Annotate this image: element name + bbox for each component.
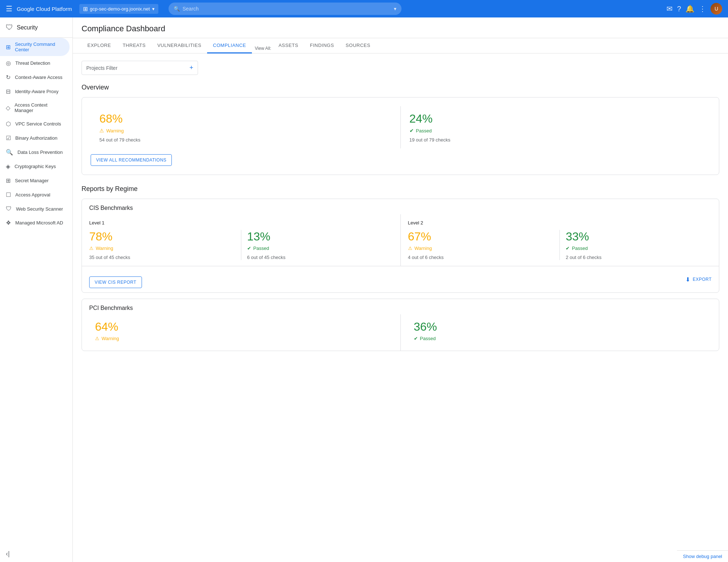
cis-level1-block: Level 1 78% ⚠ Warning 35 out of 45 check… (82, 214, 401, 266)
sidebar-item-threat-detection[interactable]: ◎ Threat Detection (0, 56, 70, 70)
cis-level2-warning-status: ⚠ Warning (408, 246, 554, 251)
sidebar: 🛡 Security ⊞ Security Command Center ◎ T… (0, 17, 73, 562)
overview-warning-percent: 68% (99, 112, 392, 125)
project-name: gcp-sec-demo-org.joonix.net (90, 6, 150, 12)
sidebar-item-context-aware-access[interactable]: ↻ Context-Aware Access (0, 70, 70, 84)
reports-section-title: Reports by Regime (82, 185, 719, 193)
passed-icon: ✔ (414, 336, 418, 341)
cis-benchmark-card: CIS Benchmarks Level 1 78% ⚠ Warning (82, 199, 719, 293)
cis-level2-passed-status: ✔ Passed (566, 246, 712, 251)
cis-level1-passed-checks: 6 out of 45 checks (247, 255, 393, 260)
topnav-actions: ✉ ? 🔔 ⋮ U (666, 3, 722, 15)
identity-aware-proxy-icon: ⊟ (6, 88, 11, 95)
view-all-recommendations-button[interactable]: VIEW ALL RECOMMENDATIONS (91, 154, 172, 166)
help-icon[interactable]: ? (677, 5, 681, 13)
download-icon: ⬇ (685, 276, 691, 283)
pci-passed-percent: 36% (414, 320, 712, 334)
sidebar-item-label: Threat Detection (15, 60, 50, 66)
sidebar-item-data-loss-prevention[interactable]: 🔍 Data Loss Prevention (0, 145, 70, 159)
project-selector[interactable]: ⊞ gcp-sec-demo-org.joonix.net ▾ (79, 4, 158, 14)
sidebar-collapse-button[interactable]: ‹| (0, 546, 72, 562)
warning-label: Warning (102, 336, 119, 341)
cis-level1-warning-metric: 78% ⚠ Warning 35 out of 45 checks (89, 230, 241, 260)
sidebar-item-access-approval[interactable]: ☐ Access Approval (0, 188, 70, 202)
more-options-icon[interactable]: ⋮ (699, 4, 706, 13)
security-command-center-icon: ⊞ (6, 44, 11, 51)
tab-vulnerabilities[interactable]: VULNERABILITIES (151, 38, 207, 53)
filter-add-icon[interactable]: + (189, 64, 193, 72)
threat-detection-icon: ◎ (6, 60, 11, 67)
overview-metric-passed: 24% ✔ Passed 19 out of 79 checks (401, 106, 711, 148)
sidebar-item-label: Web Security Scanner (16, 206, 63, 212)
binary-authorization-icon: ☑ (6, 135, 11, 142)
pci-warning-percent: 64% (95, 320, 393, 334)
page-header: Compliance Dashboard (73, 17, 728, 38)
grid-icon: ⊞ (83, 5, 88, 12)
chevron-down-icon: ▾ (394, 6, 396, 12)
tab-explore[interactable]: EXPLORE (82, 38, 117, 53)
content-area: Projects Filter + Overview 68% ⚠ Warning… (73, 53, 728, 367)
cryptographic-keys-icon: ◈ (6, 163, 10, 170)
overview-section-title: Overview (82, 84, 719, 91)
view-all-label: View All: (255, 41, 271, 51)
overview-warning-status: ⚠ Warning (99, 128, 392, 133)
sidebar-item-binary-authorization[interactable]: ☑ Binary Authorization (0, 131, 70, 145)
tab-threats[interactable]: THREATS (117, 38, 151, 53)
tab-compliance[interactable]: COMPLIANCE (207, 38, 252, 53)
sidebar-item-secret-manager[interactable]: ⊞ Secret Manager (0, 174, 70, 188)
mail-icon[interactable]: ✉ (666, 4, 673, 13)
cis-benchmark-levels: Level 1 78% ⚠ Warning 35 out of 45 check… (82, 214, 719, 266)
tab-sources[interactable]: SOURCES (340, 38, 376, 53)
hamburger-menu-icon[interactable]: ☰ (6, 4, 12, 13)
search-input[interactable] (183, 6, 394, 12)
pci-benchmark-card: PCI Benchmarks 64% ⚠ Warning (82, 299, 719, 351)
tab-assets[interactable]: ASSETS (273, 38, 304, 53)
main-content: Compliance Dashboard EXPLORE THREATS VUL… (73, 17, 728, 562)
sidebar-header: 🛡 Security (0, 17, 72, 38)
passed-label: Passed (420, 336, 436, 341)
projects-filter-input[interactable]: Projects Filter + (82, 61, 198, 75)
pci-passed-metrics: 36% ✔ Passed (408, 320, 712, 345)
cis-level2-label: Level 2 (408, 220, 712, 226)
overview-card: 68% ⚠ Warning 54 out of 79 checks 24% ✔ … (82, 97, 719, 175)
debug-panel-toggle[interactable]: Show debug panel (677, 550, 728, 562)
tab-findings[interactable]: FINDINGS (304, 38, 340, 53)
sidebar-item-identity-aware-proxy[interactable]: ⊟ Identity-Aware Proxy (0, 84, 70, 99)
sidebar-item-vpc-service-controls[interactable]: ⬡ VPC Service Controls (0, 117, 70, 131)
cis-level2-warning-percent: 67% (408, 230, 554, 243)
warning-triangle-icon: ⚠ (99, 128, 104, 133)
sidebar-item-cryptographic-keys[interactable]: ◈ Cryptographic Keys (0, 159, 70, 174)
cis-level1-warning-status: ⚠ Warning (89, 246, 235, 251)
managed-microsoft-ad-icon: ❖ (6, 219, 11, 226)
pci-warning-block: 64% ⚠ Warning (82, 314, 401, 351)
warning-label: Warning (96, 246, 113, 251)
sidebar-item-web-security-scanner[interactable]: 🛡 Web Security Scanner (0, 202, 70, 216)
sidebar-item-security-command-center[interactable]: ⊞ Security Command Center (0, 38, 70, 56)
sidebar-item-label: Cryptographic Keys (15, 164, 56, 169)
cis-level1-passed-status: ✔ Passed (247, 246, 393, 251)
overview-metrics: 68% ⚠ Warning 54 out of 79 checks 24% ✔ … (91, 106, 710, 148)
search-bar[interactable]: 🔍 ▾ (169, 3, 401, 15)
chevron-down-icon: ▾ (152, 6, 155, 12)
passed-icon: ✔ (566, 246, 570, 251)
sidebar-item-label: Access Context Manager (15, 102, 64, 113)
security-shield-icon: 🛡 (6, 23, 13, 32)
user-avatar[interactable]: U (711, 3, 722, 15)
passed-label: Passed (253, 246, 269, 251)
sidebar-item-managed-microsoft-ad[interactable]: ❖ Managed Microsoft AD (0, 216, 70, 230)
passed-check-icon: ✔ (410, 128, 414, 133)
sidebar-item-access-context-manager[interactable]: ◇ Access Context Manager (0, 99, 70, 117)
top-navigation: ☰ Google Cloud Platform ⊞ gcp-sec-demo-o… (0, 0, 728, 17)
overview-passed-percent: 24% (410, 112, 702, 125)
export-cis-button[interactable]: ⬇ EXPORT (685, 276, 712, 283)
view-cis-report-button[interactable]: VIEW CIS REPORT (89, 276, 142, 288)
overview-warning-checks: 54 out of 79 checks (99, 137, 392, 143)
sidebar-item-label: Binary Authorization (15, 135, 58, 141)
pci-warning-metric: 64% ⚠ Warning (89, 320, 393, 345)
cis-level2-warning-metric: 67% ⚠ Warning 4 out of 6 checks (408, 230, 560, 260)
cis-level2-warning-checks: 4 out of 6 checks (408, 255, 554, 260)
pci-warning-status: ⚠ Warning (95, 336, 393, 341)
notifications-icon[interactable]: 🔔 (685, 4, 695, 13)
web-security-scanner-icon: 🛡 (6, 206, 12, 212)
cis-level2-block: Level 2 67% ⚠ Warning 4 out of 6 checks (401, 214, 719, 266)
